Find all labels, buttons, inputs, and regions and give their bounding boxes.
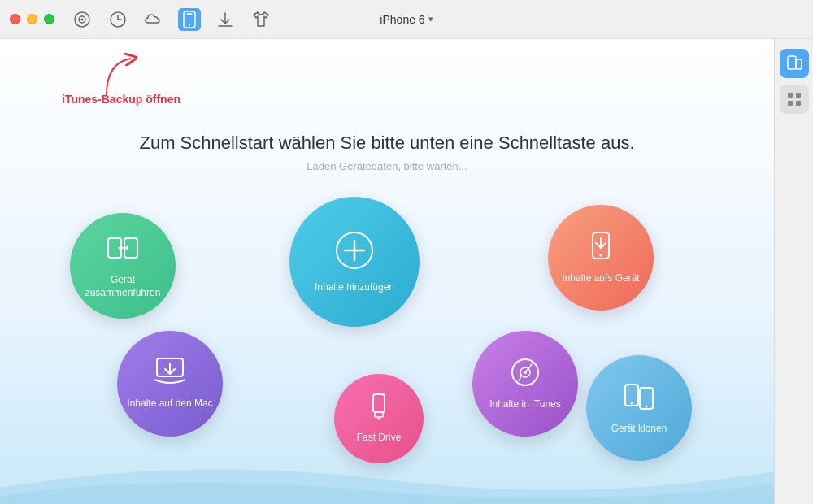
itunes-backup-link[interactable]: iTunes-Backup öffnen xyxy=(62,93,180,106)
itunes-backup-annotation: iTunes-Backup öffnen xyxy=(62,50,159,111)
svg-point-16 xyxy=(600,254,602,257)
geraet-zusammenfuehren-label: Gerätzusammenführen xyxy=(80,274,166,299)
add-icon xyxy=(333,229,376,276)
svg-rect-31 xyxy=(788,93,793,98)
svg-point-2 xyxy=(81,18,84,20)
svg-rect-33 xyxy=(788,101,793,106)
maximize-button[interactable] xyxy=(44,14,54,24)
svg-rect-30 xyxy=(796,59,802,69)
main-content: iTunes-Backup öffnen Zum Schnellstart wä… xyxy=(0,39,774,504)
svg-point-24 xyxy=(524,371,527,374)
fast-drive-icon xyxy=(367,393,391,427)
music-icon[interactable] xyxy=(71,8,93,31)
svg-rect-19 xyxy=(373,394,385,412)
main-heading-container: Zum Schnellstart wählen Sie bitte unten … xyxy=(139,84,634,172)
svg-point-21 xyxy=(378,418,380,420)
apps-grid-button[interactable] xyxy=(780,85,809,114)
wave-decoration xyxy=(0,439,774,504)
device-title[interactable]: iPhone 6 ▾ xyxy=(380,13,433,26)
clock-icon[interactable] xyxy=(107,8,129,31)
minimize-button[interactable] xyxy=(27,14,37,24)
itunes-transfer-icon xyxy=(507,356,543,393)
download-icon[interactable] xyxy=(214,8,237,31)
svg-rect-32 xyxy=(796,93,801,98)
clone-icon xyxy=(621,380,657,418)
tshirt-icon[interactable] xyxy=(250,8,272,31)
device-view-button[interactable] xyxy=(780,49,809,78)
geraet-klonen-label: Gerät klonen xyxy=(606,423,672,436)
traffic-lights xyxy=(10,14,54,24)
svg-rect-34 xyxy=(796,101,801,106)
inhalte-in-itunes-label: Inhalte in iTunes xyxy=(485,398,566,411)
inhalte-auf-den-mac-label: Inhalte auf den Mac xyxy=(122,398,217,411)
titlebar: iPhone 6 ▾ xyxy=(0,0,813,39)
close-button[interactable] xyxy=(10,14,20,24)
inhalte-hinzufuegen-button[interactable]: Inhalte hinzufügen xyxy=(289,197,420,327)
svg-rect-29 xyxy=(788,56,796,69)
svg-point-7 xyxy=(189,24,190,26)
svg-point-28 xyxy=(646,406,648,408)
sidebar-right xyxy=(774,39,813,504)
cloud-icon[interactable] xyxy=(142,8,165,31)
main-heading: Zum Schnellstart wählen Sie bitte unten … xyxy=(139,133,634,154)
download-to-mac-icon xyxy=(153,357,187,393)
sub-heading: Laden Gerätedaten, bitte warten... xyxy=(139,160,634,172)
chevron-down-icon: ▾ xyxy=(428,14,433,24)
transfer-to-device-icon xyxy=(585,230,616,267)
device-name: iPhone 6 xyxy=(380,13,424,26)
merge-icon xyxy=(105,232,141,269)
phone-icon[interactable] xyxy=(178,8,201,31)
svg-point-27 xyxy=(631,402,633,405)
toolbar xyxy=(71,8,272,31)
inhalte-in-itunes-button[interactable]: Inhalte in iTunes xyxy=(472,331,578,437)
inhalte-aufs-geraet-button[interactable]: Inhalte aufs Gerät xyxy=(548,205,654,311)
geraet-zusammenfuehren-button[interactable]: Gerätzusammenführen xyxy=(70,213,176,319)
inhalte-aufs-geraet-label: Inhalte aufs Gerät xyxy=(557,272,644,285)
inhalte-auf-den-mac-button[interactable]: Inhalte auf den Mac xyxy=(117,331,223,437)
inhalte-hinzufuegen-label: Inhalte hinzufügen xyxy=(310,281,399,294)
